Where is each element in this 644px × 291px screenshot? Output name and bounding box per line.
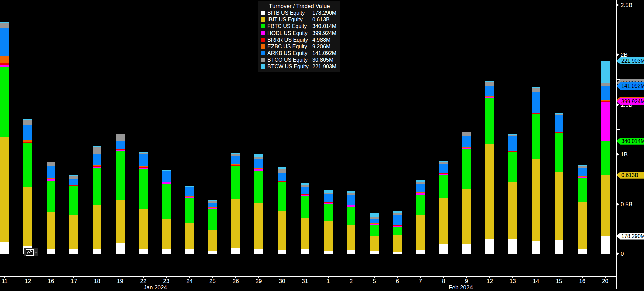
bar-segment-HODL[interactable] — [185, 197, 194, 198]
bar-segment-BTCO[interactable] — [393, 213, 402, 215]
bar-segment-BRRR[interactable] — [208, 208, 217, 208]
bar-segment-BRRR[interactable] — [47, 179, 55, 179]
bar-segment-BRRR[interactable] — [231, 165, 240, 166]
bar-segment-BTCW[interactable] — [485, 81, 494, 82]
bar-segment-EZBC[interactable] — [347, 205, 355, 205]
bar-segment-HODL[interactable] — [139, 168, 148, 169]
bar-segment-BRRR[interactable] — [508, 151, 517, 152]
bar-segment-BRRR[interactable] — [23, 142, 32, 143]
bar-segment-FBTC[interactable] — [485, 98, 494, 144]
bar-segment-BRRR[interactable] — [116, 149, 125, 150]
legend-row-EZBC[interactable]: EZBC US Equity9.206M — [258, 43, 340, 50]
bar-segment-HODL[interactable] — [93, 167, 101, 168]
bar-segment-BRRR[interactable] — [370, 223, 379, 224]
bar-segment-BITB[interactable] — [0, 242, 9, 254]
chevron-down-icon[interactable] — [35, 252, 37, 253]
bar-segment-BITB[interactable] — [439, 244, 448, 254]
bar-segment-BRRR[interactable] — [601, 101, 610, 101]
bar-segment-BITB[interactable] — [370, 251, 379, 254]
bar-segment-IBIT[interactable] — [462, 189, 471, 243]
bar-segment-BTCW[interactable] — [532, 87, 540, 88]
bar-segment-IBIT[interactable] — [508, 182, 517, 239]
bar-segment-FBTC[interactable] — [508, 152, 517, 182]
bar-segment-ARKB[interactable] — [301, 187, 309, 194]
bar-segment-BTCO[interactable] — [69, 176, 78, 179]
bar-segment-FBTC[interactable] — [162, 184, 171, 219]
bar-segment-BRRR[interactable] — [254, 169, 263, 169]
bar-segment-BTCO[interactable] — [416, 182, 425, 184]
bar-segment-BTCO[interactable] — [116, 134, 125, 141]
bar-segment-EZBC[interactable] — [185, 196, 194, 197]
bar-segment-EZBC[interactable] — [116, 149, 125, 149]
bar-segment-BRRR[interactable] — [139, 167, 148, 168]
bar-segment-IBIT[interactable] — [578, 202, 587, 249]
bar-segment-BRRR[interactable] — [301, 194, 309, 195]
bar-segment-FBTC[interactable] — [0, 67, 9, 137]
bar-segment-FBTC[interactable] — [555, 133, 563, 172]
bar-segment-EZBC[interactable] — [393, 225, 402, 225]
bar-segment-BITB[interactable] — [601, 236, 610, 254]
bar-segment-BTCO[interactable] — [601, 83, 610, 86]
bar-segment-ARKB[interactable] — [578, 168, 587, 176]
bar-segment-BTCO[interactable] — [231, 154, 240, 156]
bar-segment-IBIT[interactable] — [301, 218, 309, 249]
bar-segment-BITB[interactable] — [324, 251, 333, 254]
bar-segment-BTCW[interactable] — [69, 175, 78, 176]
bar-segment-BRRR[interactable] — [162, 182, 171, 183]
bar-segment-IBIT[interactable] — [185, 223, 194, 249]
bar-segment-BITB[interactable] — [139, 249, 148, 254]
bar-segment-FBTC[interactable] — [393, 227, 402, 235]
bar-segment-BRRR[interactable] — [462, 148, 471, 148]
bar-segment-HODL[interactable] — [162, 182, 171, 183]
legend-row-ARKB[interactable]: ARKB US Equity141.092M — [258, 50, 340, 57]
bar-segment-ARKB[interactable] — [347, 195, 355, 205]
bar-segment-FBTC[interactable] — [370, 224, 379, 235]
bar-segment-EZBC[interactable] — [139, 166, 148, 167]
bar-segment-FBTC[interactable] — [324, 204, 333, 221]
bar-segment-BTCW[interactable] — [254, 154, 263, 157]
bar-segment-BTCO[interactable] — [508, 135, 517, 136]
bar-segment-EZBC[interactable] — [508, 151, 517, 151]
legend-row-FBTC[interactable]: FBTC US Equity340.014M — [258, 23, 340, 30]
bar-segment-ARKB[interactable] — [47, 166, 55, 178]
bar-segment-BTCO[interactable] — [0, 23, 9, 28]
bar-segment-BRRR[interactable] — [555, 132, 563, 133]
bar-segment-IBIT[interactable] — [347, 225, 355, 250]
bar-segment-EZBC[interactable] — [162, 182, 171, 182]
bar-segment-ARKB[interactable] — [231, 156, 240, 164]
bar-segment-ARKB[interactable] — [254, 159, 263, 168]
bar-segment-BITB[interactable] — [185, 249, 194, 254]
bar-segment-EZBC[interactable] — [208, 207, 217, 208]
bar-segment-BTCO[interactable] — [254, 157, 263, 159]
bar-segment-IBIT[interactable] — [393, 235, 402, 252]
bar-segment-EZBC[interactable] — [0, 56, 9, 63]
bar-segment-IBIT[interactable] — [254, 203, 263, 249]
bar-segment-EZBC[interactable] — [69, 185, 78, 185]
legend-row-HODL[interactable]: HODL US Equity399.924M — [258, 30, 340, 37]
bar-segment-FBTC[interactable] — [532, 114, 540, 159]
bar-segment-IBIT[interactable] — [0, 137, 9, 242]
bar-segment-BTCW[interactable] — [278, 167, 286, 169]
bar-segment-FBTC[interactable] — [578, 178, 587, 202]
bar-segment-BTCW[interactable] — [370, 213, 379, 217]
bar-segment-EZBC[interactable] — [47, 178, 55, 179]
legend-row-BTCW[interactable]: BTCW US Equity221.903M — [258, 63, 340, 70]
bar-segment-HODL[interactable] — [508, 152, 517, 152]
bar-segment-BITB[interactable] — [301, 249, 309, 254]
bar-segment-FBTC[interactable] — [601, 141, 610, 175]
bar-segment-ARKB[interactable] — [324, 194, 333, 202]
bar-segment-EZBC[interactable] — [301, 194, 309, 194]
bar-segment-BITB[interactable] — [93, 249, 101, 254]
bar-segment-BRRR[interactable] — [485, 96, 494, 97]
bar-segment-BTCW[interactable] — [116, 134, 125, 134]
bar-segment-ARKB[interactable] — [555, 115, 563, 132]
bar-segment-IBIT[interactable] — [324, 221, 333, 251]
bar-segment-BRRR[interactable] — [532, 113, 540, 114]
bar-segment-BRRR[interactable] — [324, 202, 333, 203]
bar-segment-ARKB[interactable] — [116, 141, 125, 149]
bar-segment-FBTC[interactable] — [254, 171, 263, 203]
bar-segment-HODL[interactable] — [370, 224, 379, 225]
bar-segment-FBTC[interactable] — [278, 182, 286, 211]
bar-segment-HODL[interactable] — [0, 65, 9, 67]
bar-segment-BRRR[interactable] — [439, 173, 448, 174]
